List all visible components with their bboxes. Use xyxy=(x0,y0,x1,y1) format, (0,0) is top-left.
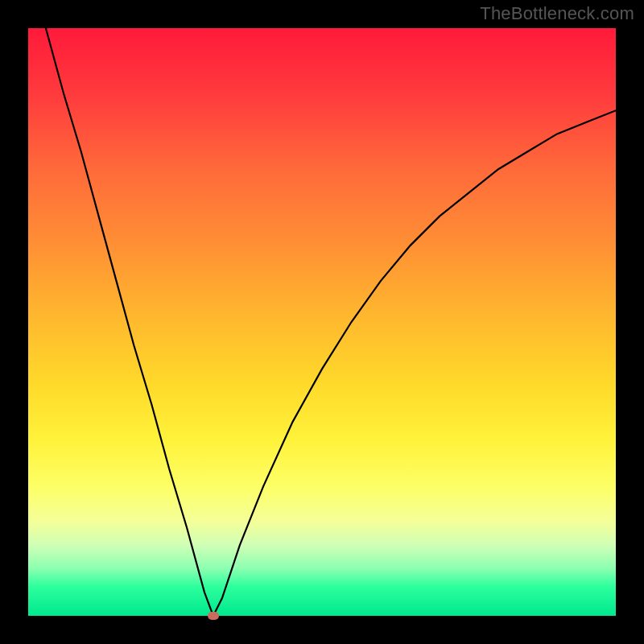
curve-path xyxy=(46,28,616,616)
plot-area xyxy=(28,28,616,616)
watermark-text: TheBottleneck.com xyxy=(480,3,634,24)
bottleneck-curve xyxy=(28,28,616,616)
chart-frame: TheBottleneck.com xyxy=(0,0,644,644)
minimum-marker xyxy=(208,612,219,620)
